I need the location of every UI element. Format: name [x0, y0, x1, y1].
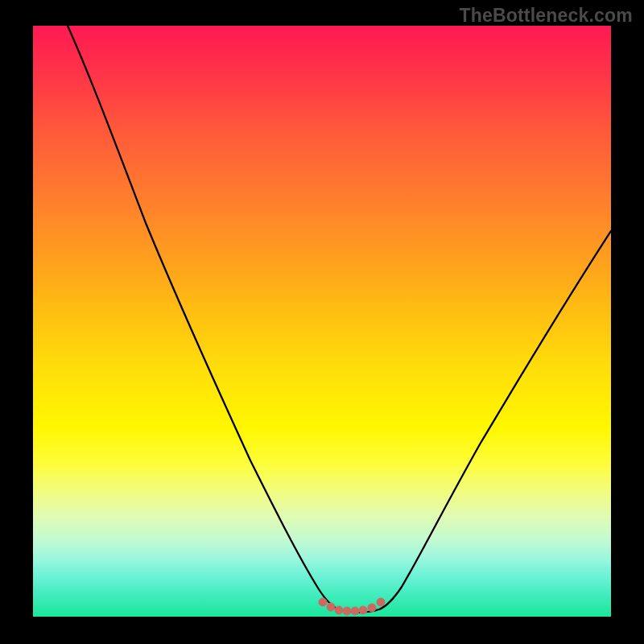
- svg-point-3: [343, 607, 351, 615]
- chart-frame: TheBottleneck.com: [0, 0, 644, 644]
- svg-point-2: [335, 606, 343, 614]
- bottleneck-curve-svg: [33, 26, 611, 617]
- svg-point-4: [351, 607, 359, 615]
- bottleneck-curve-path: [68, 26, 611, 613]
- svg-point-7: [377, 598, 385, 606]
- svg-point-6: [368, 604, 376, 612]
- svg-point-5: [359, 606, 367, 614]
- valley-bumps: [319, 598, 385, 615]
- svg-point-0: [319, 598, 327, 606]
- watermark-label: TheBottleneck.com: [459, 5, 633, 27]
- svg-point-1: [327, 603, 335, 611]
- plot-area: [33, 26, 611, 617]
